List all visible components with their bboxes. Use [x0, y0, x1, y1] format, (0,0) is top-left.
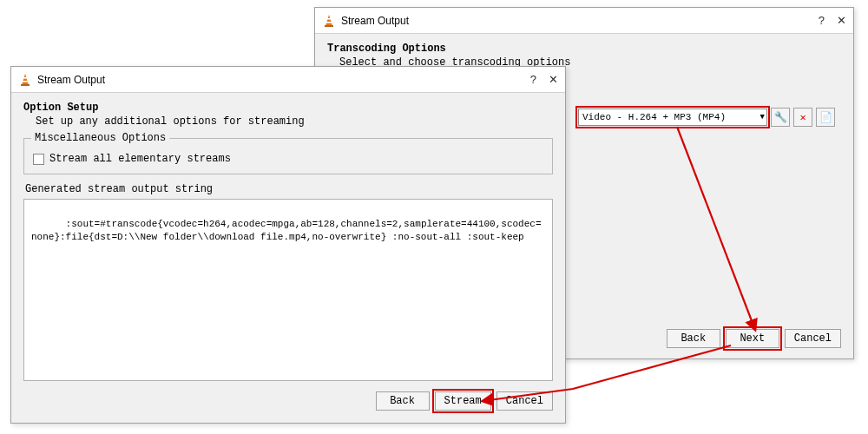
help-icon[interactable]: ? [819, 14, 825, 27]
subheading-option-setup: Set up any additional options for stream… [36, 115, 553, 128]
group-output-label: Generated stream output string [25, 183, 553, 195]
back-button[interactable]: Back [376, 391, 430, 411]
svg-rect-5 [21, 84, 30, 86]
svg-rect-1 [325, 25, 333, 27]
stream-button[interactable]: Stream [435, 391, 491, 411]
svg-marker-4 [22, 74, 29, 85]
svg-rect-3 [326, 22, 332, 23]
heading-option-setup: Option Setup [23, 102, 553, 114]
vlc-cone-icon [322, 14, 336, 28]
window-option-setup: Stream Output ? ✕ Option Setup Set up an… [10, 66, 566, 424]
profile-row: Video - H.264 + MP3 (MP4) ▼ 🔧 ✕ 📄 [578, 108, 835, 127]
checkbox-stream-all[interactable]: Stream all elementary streams [33, 153, 543, 165]
group-misc-options: Miscellaneous Options Stream all element… [23, 138, 553, 174]
next-button[interactable]: Next [726, 329, 779, 348]
svg-rect-6 [23, 77, 28, 79]
titlebar-option-setup: Stream Output ? ✕ [11, 67, 565, 93]
group-label: Miscellaneous Options [31, 132, 169, 144]
close-icon[interactable]: ✕ [837, 14, 846, 27]
delete-profile-icon[interactable]: ✕ [793, 108, 812, 127]
cancel-button[interactable]: Cancel [496, 391, 553, 411]
output-string-textarea[interactable]: :sout=#transcode{vcodec=h264,acodec=mpga… [23, 199, 553, 381]
vlc-cone-icon [18, 73, 32, 87]
svg-rect-2 [327, 18, 332, 20]
titlebar-transcoding: Stream Output ? ✕ [315, 8, 853, 34]
help-icon[interactable]: ? [530, 73, 536, 86]
wrench-icon[interactable]: 🔧 [771, 108, 790, 127]
new-profile-icon[interactable]: 📄 [816, 108, 835, 127]
checkbox-label: Stream all elementary streams [49, 153, 231, 165]
title-text: Stream Output [37, 74, 530, 86]
profile-dropdown[interactable]: Video - H.264 + MP3 (MP4) ▼ [578, 108, 767, 126]
close-icon[interactable]: ✕ [549, 73, 558, 86]
profile-value: Video - H.264 + MP3 (MP4) [582, 112, 726, 122]
svg-marker-0 [326, 15, 332, 26]
checkbox-icon [33, 154, 44, 165]
chevron-down-icon: ▼ [760, 113, 765, 122]
svg-rect-7 [23, 81, 28, 82]
back-button[interactable]: Back [667, 329, 720, 348]
heading-transcoding: Transcoding Options [327, 43, 841, 55]
output-string-text: :sout=#transcode{vcodec=h264,acodec=mpga… [31, 219, 542, 242]
cancel-button[interactable]: Cancel [785, 329, 841, 348]
title-text: Stream Output [341, 15, 819, 27]
